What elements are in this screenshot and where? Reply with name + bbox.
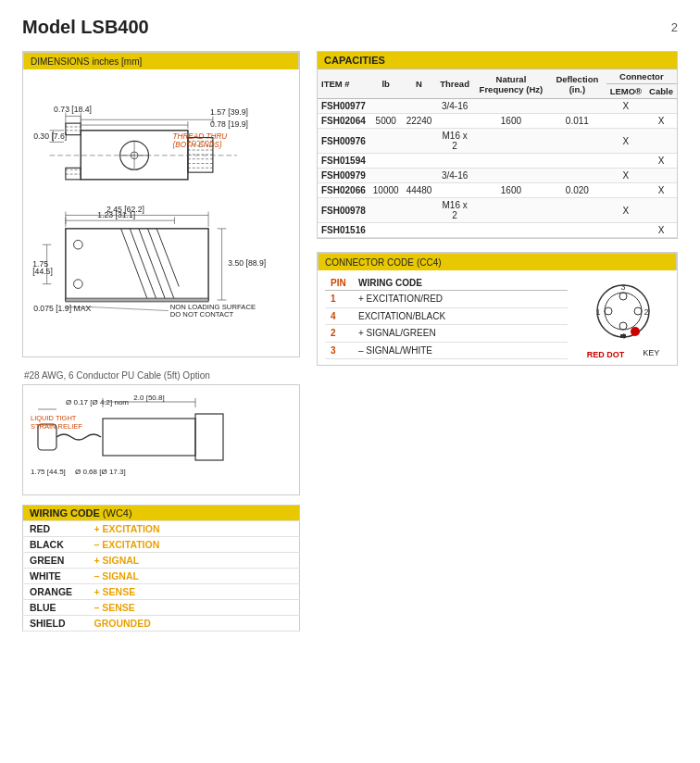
svg-text:1.75 [44.5]: 1.75 [44.5] (31, 468, 66, 476)
page-title: Model LSB400 (22, 17, 149, 38)
cap-row: FSH02064 5000 22240 1600 0.011 X (318, 114, 677, 129)
svg-rect-70 (195, 414, 223, 460)
cap-natfreq (474, 99, 548, 114)
col-deflection: Deflection (in.) (548, 69, 606, 99)
cap-thread (435, 114, 473, 129)
wiring-section: WIRING CODE (WC4) RED+ EXCITATIONBLACK– … (22, 505, 300, 632)
wire-color: RED (23, 521, 88, 537)
connector-diagram-labels: RED DOT KEY (587, 348, 660, 359)
capacities-header-row: CAPACITIES (318, 52, 677, 69)
connector-section: CONNECTOR CODE (CC4) PIN WIRING CODE 1+ … (317, 252, 678, 366)
cap-natfreq (474, 169, 548, 183)
svg-text:3: 3 (620, 282, 625, 292)
wiring-table: WIRING CODE (WC4) RED+ EXCITATIONBLACK– … (22, 505, 300, 632)
cap-deflection: 0.020 (548, 183, 606, 198)
svg-point-86 (634, 307, 642, 315)
cap-lemo (606, 154, 645, 169)
svg-text:1.57 [39.9]: 1.57 [39.9] (210, 107, 248, 117)
cap-n (403, 99, 436, 114)
cap-thread: 3/4-16 (435, 99, 473, 114)
svg-text:0.73 [18.4]: 0.73 [18.4] (54, 105, 92, 114)
cap-cable (645, 198, 677, 223)
cap-row: FSH02066 10000 44480 1600 0.020 X (318, 183, 677, 198)
cap-n (403, 169, 436, 183)
connector-header: CONNECTOR CODE (CC4) (318, 253, 677, 270)
svg-point-88 (605, 307, 612, 315)
cap-item: FSH02066 (318, 183, 369, 198)
svg-text:Ø 0.17 [Ø 4.2] nom: Ø 0.17 [Ø 4.2] nom (66, 398, 129, 407)
cap-n (403, 198, 436, 223)
cable-svg: Ø 0.17 [Ø 4.2] nom 1.75 [44.5] Ø 0.68 [Ø… (29, 391, 288, 491)
main-layout: DIMENSIONS inches [mm] (22, 51, 678, 632)
svg-text:THREAD THRU: THREAD THRU (173, 132, 228, 141)
page-number: 2 (671, 17, 678, 34)
wiring-row: WHITE– SIGNAL (23, 569, 300, 584)
cap-n: 44480 (403, 183, 436, 198)
cap-item: FSH00976 (318, 129, 369, 154)
connector-svg: 3 2 4 1 (581, 276, 665, 350)
svg-text:0.075 [1.9] MAX: 0.075 [1.9] MAX (33, 304, 91, 313)
cap-deflection (548, 129, 606, 154)
connector-row: 2+ SIGNAL/GREEN (325, 325, 568, 343)
cap-lemo (606, 223, 645, 238)
cap-cable: X (645, 223, 677, 238)
connector-col-headers: PIN WIRING CODE (325, 276, 568, 291)
col-lemo: LEMO® (606, 84, 645, 99)
svg-text:Ø 0.68 [Ø 17.3]: Ø 0.68 [Ø 17.3] (75, 468, 126, 476)
cap-item: FSH00978 (318, 198, 369, 223)
connector-row: 3– SIGNAL/WHITE (325, 342, 568, 359)
svg-text:DO NOT CONTACT: DO NOT CONTACT (170, 310, 234, 319)
dimensions-section: DIMENSIONS inches [mm] (22, 51, 300, 357)
cap-thread (435, 154, 473, 169)
cap-lemo: X (606, 169, 645, 183)
cap-lb (369, 169, 403, 183)
cap-n (403, 223, 436, 238)
conn-pin: 2 (325, 325, 353, 343)
cap-thread (435, 223, 473, 238)
cap-deflection (548, 99, 606, 114)
capacities-table: CAPACITIES ITEM # lb N Thread Natural Fr… (318, 52, 677, 238)
cable-label: #28 AWG, 6 Conductor PU Cable (5ft) Opti… (22, 370, 300, 381)
wiring-row: SHIELDGROUNDED (23, 616, 300, 632)
svg-text:1: 1 (595, 307, 600, 317)
cap-cable (645, 169, 677, 183)
cap-cable: X (645, 154, 677, 169)
cap-item: FSH01594 (318, 154, 369, 169)
cable-section: #28 AWG, 6 Conductor PU Cable (5ft) Opti… (22, 370, 300, 495)
wire-code: – SENSE (88, 600, 300, 616)
cap-lb (369, 198, 403, 223)
col-item: ITEM # (318, 69, 369, 99)
cap-natfreq (474, 223, 548, 238)
wiring-header-row: WIRING CODE (WC4) (23, 506, 300, 521)
cap-natfreq: 1600 (474, 183, 548, 198)
svg-rect-1 (66, 123, 81, 135)
wiring-row: RED+ EXCITATION (23, 521, 300, 537)
conn-pin: 3 (325, 342, 353, 359)
conn-pin: 4 (325, 307, 353, 325)
cap-row: FSH00978 M16 x 2 X (318, 198, 677, 223)
svg-text:(BOTH ENDS): (BOTH ENDS) (173, 141, 222, 149)
cap-deflection: 0.011 (548, 114, 606, 129)
svg-text:0.78 [19.9]: 0.78 [19.9] (210, 119, 248, 129)
svg-point-39 (74, 240, 83, 249)
cable-drawing: Ø 0.17 [Ø 4.2] nom 1.75 [44.5] Ø 0.68 [Ø… (22, 384, 300, 495)
cap-item: FSH00979 (318, 169, 369, 183)
svg-text:NON LOADING SURFACE: NON LOADING SURFACE (170, 303, 256, 311)
cap-row: FSH00976 M16 x 2 X (318, 129, 677, 154)
col-lb: lb (369, 69, 403, 99)
cap-row: FSH01516 X (318, 223, 677, 238)
cap-item: FSH00977 (318, 99, 369, 114)
cap-deflection (548, 198, 606, 223)
conn-wiring: + EXCITATION/RED (353, 291, 568, 308)
connector-col-pin: PIN (325, 276, 353, 291)
svg-point-87 (619, 322, 627, 330)
cap-natfreq (474, 154, 548, 169)
connector-label: CONNECTOR CODE (325, 257, 414, 268)
conn-wiring: + SIGNAL/GREEN (353, 325, 568, 343)
connector-table: PIN WIRING CODE 1+ EXCITATION/RED4EXCITA… (325, 276, 568, 359)
col-n: N (403, 69, 436, 99)
cap-lb (369, 223, 403, 238)
wire-color: WHITE (23, 569, 88, 584)
cap-thread (435, 183, 473, 198)
key-label: KEY (643, 348, 659, 359)
